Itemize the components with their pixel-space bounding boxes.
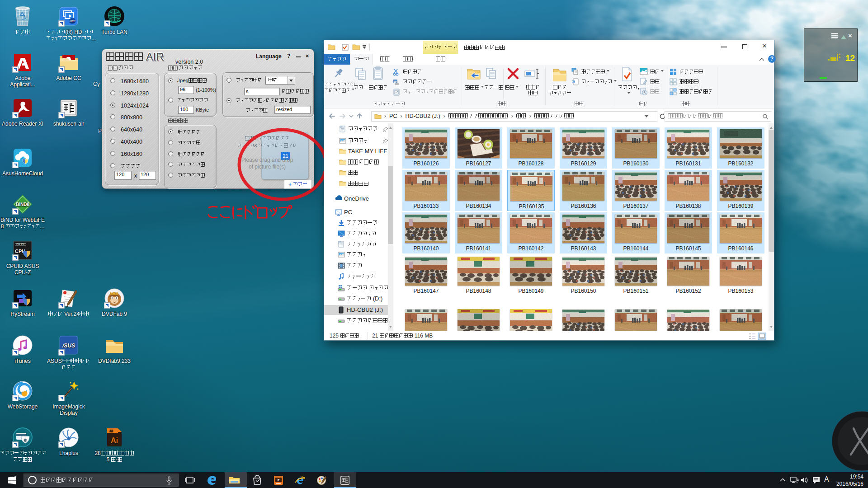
svg-text:W: W [394,80,396,83]
